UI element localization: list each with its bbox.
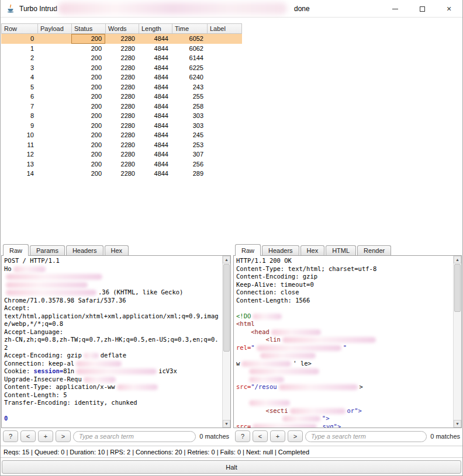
code-text: " [343, 344, 347, 351]
code-text: zh-CN,zh;q=0.8,zh-TW;q=0.7,zh-HK;q=0.5,e… [4, 336, 219, 343]
cell-label [207, 102, 241, 112]
search-prev-button[interactable]: < [253, 430, 268, 442]
code-line: zh-CN,zh;q=0.8,zh-TW;q=0.7,zh-HK;q=0.5,e… [4, 336, 222, 344]
redaction-blur [257, 345, 341, 351]
cell-payload [37, 44, 71, 54]
search-help-button[interactable]: ? [3, 430, 18, 442]
scroll-down-icon[interactable]: ▼ [223, 420, 230, 428]
table-row[interactable]: 620022804844255 [1, 92, 242, 102]
code-text [236, 399, 247, 406]
response-editor[interactable]: HTTP/1.1 200 OKContent-Type: text/html; … [236, 257, 452, 428]
column-header-time[interactable]: Time [172, 24, 208, 33]
cell-row: 4 [1, 72, 37, 82]
table-row[interactable]: 1020022804844245 [1, 130, 242, 140]
column-header-status[interactable]: Status [72, 24, 106, 33]
column-header-row[interactable]: Row [2, 24, 38, 33]
cell-label [207, 169, 241, 179]
column-header-length[interactable]: Length [139, 24, 172, 33]
column-header-payload[interactable]: Payload [38, 24, 72, 33]
response-tab-raw[interactable]: Raw [235, 244, 261, 256]
search-help-button[interactable]: ? [235, 430, 250, 442]
match-count: 0 matches [199, 433, 229, 440]
search-add-button[interactable]: + [38, 430, 53, 442]
scrollbar-thumb[interactable] [454, 264, 461, 312]
code-text [236, 328, 251, 335]
cell-label [207, 159, 241, 169]
close-icon[interactable]: × [436, 0, 462, 18]
search-next-button[interactable]: > [288, 430, 303, 442]
cell-row: 8 [1, 111, 37, 121]
request-scrollbar[interactable]: ▲ ▼ [222, 256, 230, 428]
scrollbar-thumb[interactable] [223, 264, 230, 352]
cell-label [207, 130, 241, 140]
table-row[interactable]: 1120022804844253 [1, 140, 242, 150]
halt-button[interactable]: Halt [2, 460, 461, 474]
code-line [4, 281, 222, 289]
response-tab-render[interactable]: Render [357, 245, 391, 255]
table-row[interactable]: 820022804844303 [1, 111, 242, 121]
redaction-blur [282, 337, 376, 343]
table-row[interactable]: 1200228048446062 [1, 44, 242, 54]
table-row[interactable]: 520022804844243 [1, 82, 242, 92]
redaction-blur [6, 282, 88, 288]
cell-row: 11 [1, 140, 37, 150]
code-line: text/html,application/xhtml+xml,applicat… [4, 312, 222, 321]
response-scrollbar[interactable]: ▲ ▼ [453, 256, 461, 428]
table-row[interactable]: 720022804844258 [1, 102, 242, 112]
cell-label [207, 111, 241, 121]
table-row[interactable]: 920022804844303 [1, 121, 242, 131]
scroll-down-icon[interactable]: ▼ [454, 420, 461, 428]
column-header-label[interactable]: Label [208, 24, 241, 33]
code-text: Content-Length: 1566 [236, 297, 310, 304]
code-text: text/html,application/xhtml+xml,applicat… [4, 312, 219, 319]
redaction-blur [76, 361, 122, 367]
cell-length: 4844 [139, 72, 172, 82]
minimize-icon[interactable] [382, 0, 409, 18]
table-row[interactable]: 2200228048446144 [1, 53, 242, 63]
cell-length: 4844 [139, 53, 172, 63]
request-tab-params[interactable]: Params [30, 245, 65, 255]
window-controls: × [382, 0, 462, 18]
code-text: 0 [4, 415, 8, 422]
response-tab-headers[interactable]: Headers [262, 245, 299, 255]
request-editor[interactable]: POST / HTTP/1.1Ho.36 (KHTML, like Gecko)… [4, 257, 222, 428]
cell-row: 14 [1, 169, 37, 179]
table-row[interactable]: 1320022804844256 [1, 159, 242, 169]
response-tab-hex[interactable]: Hex [300, 245, 325, 255]
code-text: e/webp,*/*;q=0.8 [4, 320, 63, 327]
search-add-button[interactable]: + [270, 430, 285, 442]
code-line: Accept-Language: [4, 328, 222, 336]
search-input[interactable] [73, 431, 196, 442]
table-row[interactable]: 4200228048446240 [1, 72, 242, 82]
code-line: Upgrade-Insecure-Requ [4, 376, 222, 384]
table-row[interactable]: 1220022804844307 [1, 150, 242, 159]
redaction-blur [76, 369, 157, 374]
cell-time: 289 [172, 169, 207, 179]
maximize-icon[interactable] [409, 0, 436, 18]
turbo-intruder-window: Turbo Intrud done × RowPayloadStatusWord… [0, 0, 463, 476]
column-header-words[interactable]: Words [106, 24, 139, 33]
table-row[interactable]: 3200228048446225 [1, 63, 242, 73]
request-editor-area[interactable]: POST / HTTP/1.1Ho.36 (KHTML, like Gecko)… [1, 255, 231, 428]
search-next-button[interactable]: > [56, 430, 71, 442]
cell-row: 0 [1, 34, 37, 44]
scroll-up-icon[interactable]: ▲ [223, 256, 230, 263]
request-tab-raw[interactable]: Raw [3, 244, 29, 256]
code-line [4, 407, 222, 415]
code-text: Connection: keep-al [4, 360, 74, 367]
table-row[interactable]: 0200228048446052 [1, 34, 242, 44]
response-tab-html[interactable]: HTML [326, 245, 356, 255]
cell-time: 6225 [172, 63, 207, 73]
code-line: HTTP/1.1 200 OK [236, 257, 452, 265]
search-input[interactable] [305, 431, 427, 442]
request-tabs: RawParamsHeadersHex [1, 243, 231, 255]
cell-words: 2280 [105, 92, 139, 102]
table-row[interactable]: 1420022804844289 [1, 169, 242, 179]
search-prev-button[interactable]: < [20, 430, 36, 442]
request-tab-headers[interactable]: Headers [66, 245, 103, 255]
request-tab-hex[interactable]: Hex [105, 245, 129, 255]
response-editor-area[interactable]: HTTP/1.1 200 OKContent-Type: text/html; … [233, 255, 462, 428]
scroll-up-icon[interactable]: ▲ [454, 256, 461, 263]
cell-status: 200 [71, 34, 105, 44]
cell-label [207, 140, 241, 150]
